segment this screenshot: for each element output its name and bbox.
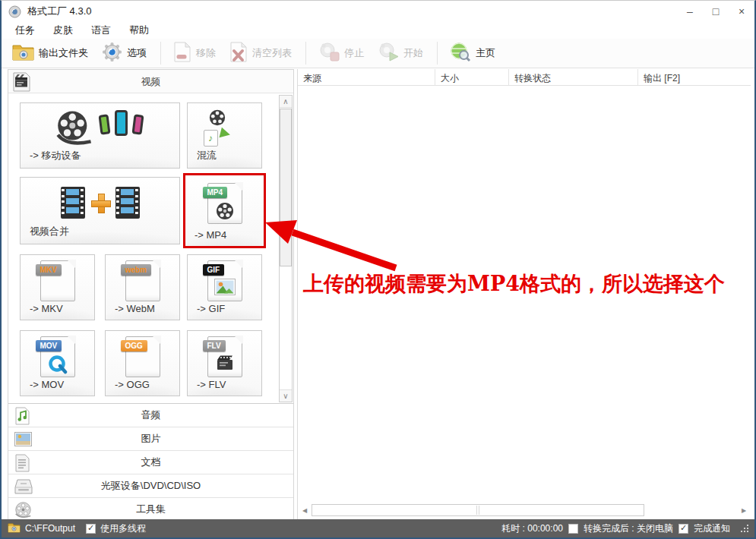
card-label: -> MOV bbox=[30, 379, 64, 390]
scroll-up-icon[interactable]: ∧ bbox=[280, 96, 292, 108]
clear-list-icon bbox=[229, 42, 248, 65]
options-button[interactable]: 选项 bbox=[102, 42, 147, 65]
stop-label: 停止 bbox=[344, 46, 364, 60]
column-convert-state[interactable]: 转换状态 bbox=[509, 69, 638, 85]
film-reel-icon bbox=[54, 109, 93, 151]
remove-button[interactable]: 移除 bbox=[173, 42, 216, 65]
stop-button[interactable]: 停止 bbox=[318, 42, 364, 65]
shutdown-checkbox[interactable] bbox=[568, 524, 578, 534]
hscrollbar-thumb[interactable] bbox=[312, 504, 644, 516]
start-button[interactable]: 开始 bbox=[378, 42, 423, 65]
menu-language[interactable]: 语言 bbox=[91, 24, 111, 37]
format-sidebar: 视频 -> 移动设备 ♪ bbox=[8, 69, 294, 519]
output-folder-button[interactable]: 输出文件夹 bbox=[12, 43, 88, 64]
toolbar-separator bbox=[160, 42, 161, 65]
minimize-button[interactable]: – bbox=[677, 1, 703, 22]
category-tab-document[interactable]: 文档 bbox=[8, 451, 293, 474]
video-clapperboard-icon bbox=[12, 71, 30, 95]
card-label: -> MP4 bbox=[195, 229, 226, 241]
menu-task[interactable]: 任务 bbox=[15, 24, 35, 37]
column-size[interactable]: 大小 bbox=[435, 69, 509, 85]
annotation-text: 上传的视频需要为MP4格式的，所以选择这个 bbox=[303, 270, 725, 298]
card-to-ogg[interactable]: OGG -> OGG bbox=[105, 330, 180, 396]
category-tab-picture[interactable]: 图片 bbox=[8, 427, 293, 451]
format-grid: -> 移动设备 ♪ 混流 bbox=[8, 94, 293, 404]
task-list-header: 来源 大小 转换状态 输出 [F2] bbox=[298, 69, 751, 86]
multithread-option[interactable]: 使用多线程 bbox=[86, 522, 146, 535]
multithread-checkbox[interactable] bbox=[86, 524, 96, 534]
menu-skin[interactable]: 皮肤 bbox=[53, 24, 73, 37]
scroll-left-icon[interactable]: ◀ bbox=[299, 505, 310, 516]
card-to-webm[interactable]: webm -> WebM bbox=[105, 254, 180, 320]
card-to-mov[interactable]: MOV -> MOV bbox=[20, 330, 95, 396]
category-tab-disc[interactable]: 光驱设备\DVD\CD\ISO bbox=[8, 474, 293, 498]
elapsed-time: 耗时 : 00:00:00 bbox=[501, 522, 563, 535]
app-window: 格式工厂 4.3.0 – □ × 任务 皮肤 语言 帮助 输出文件夹 选项 bbox=[0, 0, 756, 539]
card-label: -> WebM bbox=[115, 303, 155, 314]
homepage-globe-icon bbox=[450, 42, 471, 65]
task-list-horizontal-scrollbar[interactable]: ◀ ▶ bbox=[299, 504, 749, 517]
start-icon bbox=[378, 42, 399, 65]
stop-icon bbox=[318, 42, 340, 65]
column-source[interactable]: 来源 bbox=[298, 69, 435, 85]
output-folder-icon bbox=[12, 43, 34, 64]
scroll-right-icon[interactable]: ▶ bbox=[739, 505, 749, 516]
options-gear-icon bbox=[102, 42, 122, 65]
card-mobile-device[interactable]: -> 移动设备 bbox=[20, 102, 180, 169]
card-mux[interactable]: ♪ 混流 bbox=[187, 102, 262, 169]
clear-list-label: 清空列表 bbox=[252, 46, 292, 60]
column-output[interactable]: 输出 [F2] bbox=[638, 69, 751, 85]
card-to-gif[interactable]: GIF -> GIF bbox=[187, 254, 262, 320]
card-label: -> FLV bbox=[197, 379, 226, 390]
homepage-button[interactable]: 主页 bbox=[450, 42, 495, 65]
plus-icon bbox=[91, 194, 109, 212]
remove-icon bbox=[173, 42, 191, 65]
mkv-tag: MKV bbox=[36, 264, 62, 276]
gif-tag: GIF bbox=[203, 264, 225, 276]
card-label: -> 移动设备 bbox=[30, 149, 81, 162]
start-label: 开始 bbox=[403, 46, 423, 60]
mux-icon: ♪ bbox=[202, 109, 248, 153]
toolbar-separator bbox=[305, 42, 306, 65]
webm-tag: webm bbox=[121, 264, 151, 276]
film-strip-icon bbox=[115, 187, 140, 219]
ogg-file-icon: OGG bbox=[125, 336, 160, 377]
resize-grip[interactable] bbox=[742, 525, 748, 532]
output-path-item[interactable]: C:\FFOutput bbox=[8, 522, 75, 535]
category-header-video[interactable]: 视频 bbox=[8, 70, 293, 93]
close-button[interactable]: × bbox=[729, 1, 754, 22]
category-tab-toolkit[interactable]: 工具集 bbox=[8, 498, 293, 522]
ogg-tag: OGG bbox=[121, 340, 147, 351]
flv-file-icon: FLV bbox=[207, 336, 242, 377]
smartphones-icon bbox=[100, 109, 147, 142]
card-to-mkv[interactable]: MKV -> MKV bbox=[20, 254, 95, 320]
card-to-flv[interactable]: FLV -> FLV bbox=[187, 330, 262, 396]
category-document-label: 文档 bbox=[8, 451, 293, 474]
card-label: -> MKV bbox=[30, 303, 63, 314]
disc-drive-icon bbox=[14, 479, 33, 497]
menu-help[interactable]: 帮助 bbox=[129, 24, 149, 37]
maximize-button[interactable]: □ bbox=[703, 1, 729, 22]
toolkit-reel-icon bbox=[14, 501, 32, 522]
card-video-merge[interactable]: 视频合并 bbox=[20, 177, 180, 244]
card-label: 混流 bbox=[197, 149, 217, 162]
toolbar-separator bbox=[437, 42, 438, 65]
grid-vertical-scrollbar[interactable]: ∧ ∨ bbox=[279, 95, 293, 402]
clear-list-button[interactable]: 清空列表 bbox=[229, 42, 292, 65]
scroll-down-icon[interactable]: ∨ bbox=[280, 389, 292, 402]
gif-file-icon: GIF bbox=[207, 260, 242, 301]
multithread-label: 使用多线程 bbox=[100, 522, 146, 535]
card-label: -> GIF bbox=[197, 303, 225, 314]
category-audio-label: 音频 bbox=[8, 404, 293, 427]
statusbar-folder-icon bbox=[8, 522, 21, 535]
mp4-file-icon: MP4 bbox=[207, 183, 242, 224]
notify-checkbox[interactable] bbox=[679, 524, 688, 534]
category-tab-audio[interactable]: 音频 bbox=[8, 404, 293, 427]
homepage-label: 主页 bbox=[476, 46, 495, 60]
card-to-mp4[interactable]: MP4 -> MP4 bbox=[183, 173, 266, 248]
mkv-file-icon: MKV bbox=[40, 260, 75, 301]
toolbar: 输出文件夹 选项 移除 清空列表 停止 bbox=[2, 39, 754, 68]
scrollbar-thumb[interactable] bbox=[280, 109, 292, 266]
mp4-tag: MP4 bbox=[203, 187, 228, 198]
output-path: C:\FFOutput bbox=[25, 523, 75, 534]
